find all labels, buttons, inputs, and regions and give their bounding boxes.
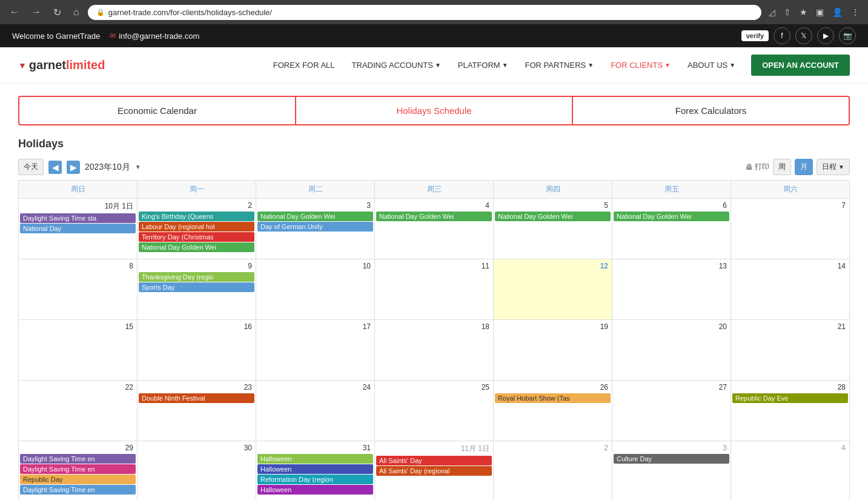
twitter-icon[interactable]: 𝕏: [795, 27, 812, 44]
view-month-button[interactable]: 月: [795, 159, 813, 175]
extensions-button[interactable]: ▣: [813, 5, 826, 19]
back-button[interactable]: ←: [6, 4, 23, 20]
calendar-cell[interactable]: 10: [256, 259, 375, 320]
calendar-cell[interactable]: 9Thanksgiving Day (regioSports Day: [137, 259, 256, 320]
calendar-cell[interactable]: 11: [375, 259, 494, 320]
calendar-cell[interactable]: 3Culture Day: [612, 441, 731, 501]
menu-button[interactable]: ⋮: [849, 5, 862, 19]
nav-for-partners[interactable]: FOR PARTNERS ▼: [518, 56, 601, 75]
calendar-cell[interactable]: 18: [375, 320, 494, 381]
calendar-cell[interactable]: 2: [494, 441, 612, 501]
calendar-cell[interactable]: 31HalloweenHalloweenReformation Day (reg…: [256, 441, 375, 501]
calendar-event[interactable]: National Day Golden Wei: [257, 212, 373, 221]
calendar-event[interactable]: National Day: [20, 224, 136, 233]
calendar-event[interactable]: All Saints' Day: [376, 456, 492, 465]
open-account-button[interactable]: OPEN AN ACCOUNT: [751, 55, 850, 76]
logo[interactable]: ▼ garnetlimited: [18, 58, 105, 72]
calendar-event[interactable]: National Day Golden Wei: [139, 242, 254, 252]
month-dropdown-icon[interactable]: ▼: [135, 164, 141, 170]
youtube-icon[interactable]: ▶: [817, 27, 834, 44]
calendar-event[interactable]: King's Birthday (Queens: [139, 212, 254, 221]
calendar-cell[interactable]: 10月 1日Daylight Saving Time staNational D…: [19, 199, 137, 259]
calendar-event[interactable]: All Saints' Day (regional: [376, 466, 492, 476]
home-button[interactable]: ⌂: [70, 4, 83, 20]
bookmark-button[interactable]: ★: [797, 5, 810, 19]
calendar-event[interactable]: Culture Day: [614, 454, 729, 464]
calendar-cell[interactable]: 23Double Ninth Festival: [137, 381, 256, 441]
calendar-event[interactable]: Daylight Saving Time sta: [20, 213, 136, 223]
calendar-event[interactable]: Daylight Saving Time en: [20, 454, 136, 464]
url-bar[interactable]: 🔒 garnet-trade.com/for-clients/holidays-…: [88, 5, 761, 20]
calendar-cell[interactable]: 20: [612, 320, 731, 381]
calendar-cell[interactable]: 11月 1日All Saints' DayAll Saints' Day (re…: [375, 441, 494, 501]
calendar-cell[interactable]: 17: [256, 320, 375, 381]
calendar-grid: 周日 周一 周二 周三 周四 周五 周六 10月 1日Daylight Savi…: [18, 180, 850, 500]
calendar-event[interactable]: Daylight Saving Time en: [20, 485, 136, 495]
print-button[interactable]: 🖶 打印: [746, 162, 769, 172]
calendar-cell[interactable]: 25: [375, 381, 494, 441]
next-month-button[interactable]: ▶: [67, 161, 80, 174]
calendar-event[interactable]: Halloween: [257, 454, 373, 464]
facebook-icon[interactable]: f: [774, 27, 790, 44]
prev-month-button[interactable]: ◀: [48, 161, 62, 174]
calendar-cell[interactable]: 8: [19, 259, 137, 320]
calendar-event[interactable]: Sports Day: [139, 282, 254, 292]
calendar-event[interactable]: Day of German Unity: [257, 222, 373, 232]
calendar-cell[interactable]: 28Republic Day Eve: [731, 381, 850, 441]
calendar-event[interactable]: Double Ninth Festival: [139, 393, 254, 403]
calendar-cell[interactable]: 15: [19, 320, 137, 381]
tab-holidays-schedule[interactable]: Holidays Schedule: [295, 96, 573, 125]
nav-about-us[interactable]: ABOUT US ▼: [680, 56, 743, 75]
profile-button[interactable]: 👤: [830, 5, 845, 19]
calendar-event[interactable]: Daylight Saving Time en: [20, 464, 136, 474]
instagram-icon[interactable]: 📷: [839, 27, 856, 44]
nav-trading-accounts[interactable]: TRADING ACCOUNTS ▼: [345, 56, 448, 75]
calendar-cell[interactable]: 6National Day Golden Wei: [612, 199, 731, 259]
calendar-event[interactable]: Territory Day (Christmas: [139, 232, 254, 242]
calendar-event[interactable]: Halloween: [257, 485, 373, 495]
screenshot-button[interactable]: ◿: [766, 5, 778, 19]
tab-economic-calendar[interactable]: Economic Calendar: [18, 96, 295, 125]
share-button[interactable]: ⇧: [781, 5, 793, 19]
calendar-cell[interactable]: 2King's Birthday (QueensLabour Day (regi…: [137, 199, 256, 259]
calendar-event[interactable]: National Day Golden Wei: [376, 212, 492, 221]
cell-date-number: 22: [20, 382, 136, 393]
calendar-event[interactable]: Labour Day (regional hol: [139, 222, 254, 232]
calendar-cell[interactable]: 27: [612, 381, 731, 441]
calendar-week-row: 89Thanksgiving Day (regioSports Day10111…: [19, 259, 850, 320]
calendar-event[interactable]: National Day Golden Wei: [495, 212, 611, 221]
view-schedule-button[interactable]: 日程 ▼: [817, 159, 850, 175]
calendar-event[interactable]: Thanksgiving Day (regio: [139, 272, 254, 282]
calendar-cell[interactable]: 12: [494, 259, 612, 320]
nav-for-clients[interactable]: FOR CLIENTS ▼: [603, 56, 678, 75]
calendar-cell[interactable]: 29Daylight Saving Time enDaylight Saving…: [19, 441, 137, 501]
calendar-cell[interactable]: 4: [731, 441, 850, 501]
today-button[interactable]: 今天: [18, 159, 44, 175]
tab-forex-calculators[interactable]: Forex Calculators: [573, 96, 850, 125]
calendar-cell[interactable]: 5National Day Golden Wei: [494, 199, 612, 259]
calendar-cell[interactable]: 24: [256, 381, 375, 441]
calendar-cell[interactable]: 4National Day Golden Wei: [375, 199, 494, 259]
calendar-cell[interactable]: 14: [731, 259, 850, 320]
calendar-cell[interactable]: 21: [731, 320, 850, 381]
calendar-cell[interactable]: 26Royal Hobart Show (Tas: [494, 381, 612, 441]
calendar-cell[interactable]: 7: [731, 199, 850, 259]
nav-forex-for-all[interactable]: FOREX FOR ALL: [266, 56, 342, 75]
calendar-event[interactable]: Reformation Day (region: [257, 475, 373, 484]
reload-button[interactable]: ↻: [50, 4, 65, 21]
calendar-cell[interactable]: 22: [19, 381, 137, 441]
forward-button[interactable]: →: [28, 4, 45, 20]
calendar-cell[interactable]: 16: [137, 320, 256, 381]
calendar-event[interactable]: National Day Golden Wei: [614, 212, 729, 221]
calendar-event[interactable]: Republic Day Eve: [732, 393, 848, 403]
calendar-event[interactable]: Republic Day: [20, 475, 136, 484]
calendar-cell[interactable]: 30: [137, 441, 256, 501]
calendar-event[interactable]: Royal Hobart Show (Tas: [495, 393, 611, 403]
calendar-cell[interactable]: 3National Day Golden WeiDay of German Un…: [256, 199, 375, 259]
calendar-event[interactable]: Halloween: [257, 464, 373, 474]
nav-platform[interactable]: PLATFORM ▼: [451, 56, 515, 75]
calendar-cell[interactable]: 13: [612, 259, 731, 320]
verify-button[interactable]: verify: [741, 30, 769, 41]
calendar-cell[interactable]: 19: [494, 320, 612, 381]
view-week-button[interactable]: 周: [773, 159, 791, 175]
